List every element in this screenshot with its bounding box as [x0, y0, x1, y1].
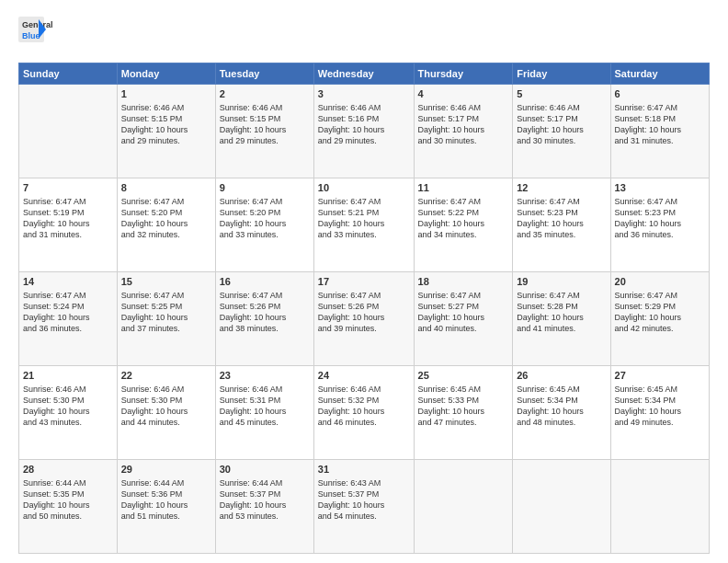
day-info: Sunrise: 6:47 AM [121, 196, 211, 207]
calendar-cell: 28Sunrise: 6:44 AMSunset: 5:35 PMDayligh… [19, 460, 118, 554]
day-info: Sunset: 5:19 PM [23, 207, 113, 218]
day-info: Sunset: 5:26 PM [318, 301, 410, 312]
calendar-cell: 23Sunrise: 6:46 AMSunset: 5:31 PMDayligh… [215, 366, 313, 460]
calendar-cell [513, 460, 610, 554]
calendar-cell: 15Sunrise: 6:47 AMSunset: 5:25 PMDayligh… [117, 272, 215, 366]
day-number: 26 [517, 369, 606, 383]
day-number: 21 [23, 369, 113, 383]
day-info: Sunset: 5:26 PM [220, 301, 310, 312]
day-info: Daylight: 10 hours [23, 500, 113, 511]
day-info: and 40 minutes. [418, 323, 509, 334]
day-info: Daylight: 10 hours [418, 312, 509, 323]
day-info: and 29 minutes. [220, 135, 310, 146]
day-info: and 53 minutes. [220, 511, 310, 522]
day-info: Sunset: 5:22 PM [418, 207, 509, 218]
day-info: and 34 minutes. [418, 229, 509, 240]
day-info: Daylight: 10 hours [121, 500, 211, 511]
day-info: and 44 minutes. [121, 417, 211, 428]
day-info: Sunrise: 6:47 AM [418, 196, 509, 207]
day-info: Sunrise: 6:45 AM [418, 384, 509, 395]
calendar-cell: 21Sunrise: 6:46 AMSunset: 5:30 PMDayligh… [19, 366, 118, 460]
day-info: Sunrise: 6:47 AM [23, 290, 113, 301]
col-header-thursday: Thursday [414, 63, 513, 85]
col-header-tuesday: Tuesday [215, 63, 313, 85]
day-info: and 38 minutes. [220, 323, 310, 334]
day-info: Sunrise: 6:47 AM [220, 290, 310, 301]
day-info: Sunset: 5:20 PM [121, 207, 211, 218]
day-number: 4 [418, 87, 509, 101]
day-info: Daylight: 10 hours [220, 406, 310, 417]
day-info: Sunset: 5:36 PM [121, 488, 211, 500]
day-info: Sunrise: 6:45 AM [615, 384, 705, 395]
calendar-cell: 24Sunrise: 6:46 AMSunset: 5:32 PMDayligh… [313, 366, 414, 460]
day-info: and 48 minutes. [517, 417, 606, 428]
day-info: Sunrise: 6:46 AM [318, 102, 410, 113]
day-info: Daylight: 10 hours [23, 218, 113, 229]
day-info: Daylight: 10 hours [615, 312, 705, 323]
day-info: Sunset: 5:32 PM [318, 395, 410, 406]
day-info: Daylight: 10 hours [517, 124, 606, 135]
day-info: Daylight: 10 hours [23, 406, 113, 417]
day-info: Sunset: 5:20 PM [220, 207, 310, 218]
day-info: Sunrise: 6:47 AM [615, 102, 705, 113]
calendar-cell: 7Sunrise: 6:47 AMSunset: 5:19 PMDaylight… [19, 178, 118, 272]
day-info: Daylight: 10 hours [517, 406, 606, 417]
calendar-cell: 3Sunrise: 6:46 AMSunset: 5:16 PMDaylight… [313, 85, 414, 178]
calendar-cell: 25Sunrise: 6:45 AMSunset: 5:33 PMDayligh… [414, 366, 513, 460]
day-number: 2 [220, 87, 310, 101]
day-info: Sunset: 5:27 PM [418, 301, 509, 312]
calendar-cell: 5Sunrise: 6:46 AMSunset: 5:17 PMDaylight… [513, 85, 610, 178]
svg-text:General: General [22, 20, 53, 29]
day-number: 23 [220, 369, 310, 383]
day-info: Sunset: 5:21 PM [318, 207, 410, 218]
day-number: 19 [517, 275, 606, 289]
day-number: 5 [517, 87, 606, 101]
day-info: Sunrise: 6:46 AM [220, 102, 310, 113]
day-info: and 32 minutes. [121, 229, 211, 240]
day-info: Daylight: 10 hours [220, 218, 310, 229]
day-info: Daylight: 10 hours [220, 312, 310, 323]
calendar-cell: 10Sunrise: 6:47 AMSunset: 5:21 PMDayligh… [313, 178, 414, 272]
calendar-cell: 18Sunrise: 6:47 AMSunset: 5:27 PMDayligh… [414, 272, 513, 366]
calendar-cell: 11Sunrise: 6:47 AMSunset: 5:22 PMDayligh… [414, 178, 513, 272]
calendar-cell: 14Sunrise: 6:47 AMSunset: 5:24 PMDayligh… [19, 272, 118, 366]
day-info: Sunrise: 6:47 AM [517, 290, 606, 301]
calendar-cell [610, 460, 709, 554]
day-number: 27 [615, 369, 705, 383]
day-number: 17 [318, 275, 410, 289]
calendar-cell: 20Sunrise: 6:47 AMSunset: 5:29 PMDayligh… [610, 272, 709, 366]
calendar-cell: 30Sunrise: 6:44 AMSunset: 5:37 PMDayligh… [215, 460, 313, 554]
col-header-friday: Friday [513, 63, 610, 85]
day-info: Daylight: 10 hours [517, 218, 606, 229]
day-info: Sunrise: 6:44 AM [121, 477, 211, 488]
day-info: and 45 minutes. [220, 417, 310, 428]
day-info: and 36 minutes. [615, 229, 705, 240]
day-info: Sunset: 5:24 PM [23, 301, 113, 312]
week-row-2: 7Sunrise: 6:47 AMSunset: 5:19 PMDaylight… [19, 178, 710, 272]
day-number: 11 [418, 181, 509, 195]
calendar-cell: 1Sunrise: 6:46 AMSunset: 5:15 PMDaylight… [117, 85, 215, 178]
day-number: 7 [23, 181, 113, 195]
day-info: and 54 minutes. [318, 511, 410, 522]
day-info: Sunset: 5:31 PM [220, 395, 310, 406]
day-number: 14 [23, 275, 113, 289]
day-info: Daylight: 10 hours [23, 312, 113, 323]
day-info: Daylight: 10 hours [418, 406, 509, 417]
day-number: 15 [121, 275, 211, 289]
col-header-wednesday: Wednesday [313, 63, 414, 85]
day-number: 28 [23, 463, 113, 477]
calendar-cell: 27Sunrise: 6:45 AMSunset: 5:34 PMDayligh… [610, 366, 709, 460]
day-number: 6 [615, 87, 705, 101]
day-info: and 46 minutes. [318, 417, 410, 428]
calendar-cell: 26Sunrise: 6:45 AMSunset: 5:34 PMDayligh… [513, 366, 610, 460]
calendar-cell: 22Sunrise: 6:46 AMSunset: 5:30 PMDayligh… [117, 366, 215, 460]
day-info: Sunset: 5:15 PM [121, 113, 211, 124]
calendar-cell: 4Sunrise: 6:46 AMSunset: 5:17 PMDaylight… [414, 85, 513, 178]
svg-text:Blue: Blue [22, 31, 40, 40]
day-number: 13 [615, 181, 705, 195]
day-info: and 30 minutes. [418, 135, 509, 146]
day-info: and 33 minutes. [220, 229, 310, 240]
day-info: Sunrise: 6:45 AM [517, 384, 606, 395]
day-info: Sunrise: 6:47 AM [615, 290, 705, 301]
day-info: and 42 minutes. [615, 323, 705, 334]
